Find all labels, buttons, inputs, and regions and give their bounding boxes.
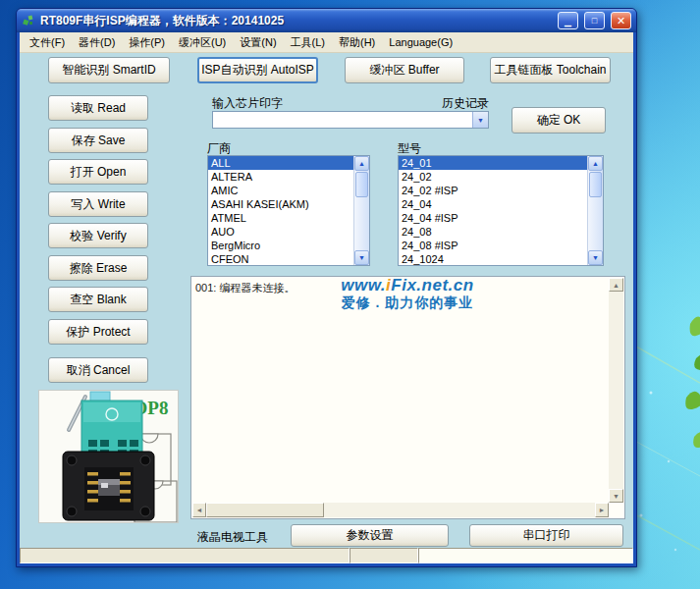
list-item[interactable]: 24_01 xyxy=(399,156,587,170)
list-item[interactable]: AMIC xyxy=(208,184,353,197)
menu-item-device[interactable]: 器件(D) xyxy=(72,32,122,53)
manufacturer-scrollbar[interactable]: ▲ ▼ xyxy=(353,156,369,265)
read-button[interactable]: 读取 Read xyxy=(48,95,148,121)
status-bar xyxy=(20,548,633,563)
list-item[interactable]: ATMEL xyxy=(208,211,353,225)
write-button[interactable]: 写入 Write xyxy=(48,191,148,217)
scroll-up-button[interactable]: ▲ xyxy=(354,156,369,171)
status-segment xyxy=(418,548,633,563)
list-item[interactable]: AUO xyxy=(208,225,353,239)
menubar: 文件(F) 器件(D) 操作(P) 缓冲区(U) 设置(N) 工具(L) 帮助(… xyxy=(20,32,633,53)
titlebar[interactable]: RT809F串行ISP编程器，软件版本：20141025 ▁ □ ✕ xyxy=(17,9,636,32)
model-listbox[interactable]: 24_0124_0224_02 #ISP24_0424_04 #ISP24_08… xyxy=(398,155,604,266)
scroll-down-icon: ▼ xyxy=(592,254,599,261)
desktop-background: RT809F串行ISP编程器，软件版本：20141025 ▁ □ ✕ 文件(F)… xyxy=(0,0,700,589)
scroll-left-button[interactable]: ◄ xyxy=(192,503,206,517)
list-item[interactable]: 24_04 #ISP xyxy=(399,211,587,225)
chevron-down-icon: ▼ xyxy=(477,117,484,124)
lcd-tools-label: 液晶电视工具 xyxy=(197,529,268,546)
window-title: RT809F串行ISP编程器，软件版本：20141025 xyxy=(40,13,552,29)
auto-isp-button[interactable]: ISP自动识别 AutoISP xyxy=(197,57,318,83)
watermark-url: www.iFix.net.cn xyxy=(299,277,515,295)
status-segment xyxy=(350,548,418,563)
scroll-thumb[interactable] xyxy=(355,172,368,197)
menu-item-tools[interactable]: 工具(L) xyxy=(284,32,332,53)
close-icon: ✕ xyxy=(617,15,625,27)
sop8-adapter-drawing: SOP8 xyxy=(39,391,178,522)
list-item[interactable]: ALL xyxy=(208,156,353,170)
list-item[interactable]: 24_08 xyxy=(399,225,587,239)
scroll-right-icon: ► xyxy=(599,507,606,513)
minimize-icon: ▁ xyxy=(565,17,571,27)
open-button[interactable]: 打开 Open xyxy=(48,159,148,185)
list-item[interactable]: ALTERA xyxy=(208,170,353,184)
app-icon xyxy=(22,14,36,28)
window-frame: 文件(F) 器件(D) 操作(P) 缓冲区(U) 设置(N) 工具(L) 帮助(… xyxy=(20,32,633,563)
serial-print-button[interactable]: 串口打印 xyxy=(469,524,623,547)
list-item[interactable]: 24_02 xyxy=(399,170,587,184)
scroll-down-button[interactable]: ▼ xyxy=(609,489,623,503)
menu-item-file[interactable]: 文件(F) xyxy=(23,32,72,53)
menu-item-buffer[interactable]: 缓冲区(U) xyxy=(172,32,233,53)
toolchain-button[interactable]: 工具链面板 Toolchain xyxy=(490,57,611,83)
chip-history-combobox[interactable]: ▼ xyxy=(212,111,489,129)
scroll-down-button[interactable]: ▼ xyxy=(354,250,369,265)
maximize-icon: □ xyxy=(592,16,597,26)
watermark: www.iFix.net.cn 爱修 . 助力你的事业 xyxy=(299,277,515,310)
list-item[interactable]: 24_1024 xyxy=(399,252,587,265)
menu-item-help[interactable]: 帮助(H) xyxy=(332,32,382,53)
ok-button[interactable]: 确定 OK xyxy=(512,107,606,134)
verify-button[interactable]: 校验 Verify xyxy=(48,223,148,248)
scroll-left-icon: ◄ xyxy=(196,507,203,513)
close-button[interactable]: ✕ xyxy=(611,12,631,29)
minimize-button[interactable]: ▁ xyxy=(558,12,578,29)
buffer-button[interactable]: 缓冲区 Buffer xyxy=(345,57,464,83)
log-vertical-scrollbar[interactable]: ▲ ▼ xyxy=(609,278,623,503)
cancel-button[interactable]: 取消 Cancel xyxy=(48,357,148,383)
erase-button[interactable]: 擦除 Erase xyxy=(48,255,148,281)
list-item[interactable]: 24_04 xyxy=(399,197,587,211)
app-window: RT809F串行ISP编程器，软件版本：20141025 ▁ □ ✕ 文件(F)… xyxy=(16,8,637,567)
scroll-up-button[interactable]: ▲ xyxy=(588,156,603,171)
protect-button[interactable]: 保护 Protect xyxy=(48,319,148,345)
scroll-thumb[interactable] xyxy=(589,172,602,197)
model-list: 24_0124_0224_02 #ISP24_0424_04 #ISP24_08… xyxy=(399,156,587,265)
menu-item-operation[interactable]: 操作(P) xyxy=(122,32,172,53)
list-item[interactable]: BergMicro xyxy=(208,239,353,252)
log-line: 001: 编程器未连接。 xyxy=(195,281,295,295)
smart-id-button[interactable]: 智能识别 SmartID xyxy=(48,57,170,83)
client-area: 智能识别 SmartID ISP自动识别 AutoISP 缓冲区 Buffer … xyxy=(20,53,633,563)
save-button[interactable]: 保存 Save xyxy=(48,128,148,153)
manufacturer-listbox[interactable]: ALLALTERAAMICASAHI KASEI(AKM)ATMELAUOBer… xyxy=(207,155,370,266)
scroll-thumb[interactable] xyxy=(206,503,324,517)
combo-dropdown-button[interactable]: ▼ xyxy=(472,112,488,128)
history-label: 历史记录 xyxy=(442,95,489,112)
status-segment xyxy=(20,548,350,563)
list-item[interactable]: 24_02 #ISP xyxy=(399,184,587,197)
watermark-slogan: 爱修 . 助力你的事业 xyxy=(299,295,515,310)
scroll-down-icon: ▼ xyxy=(358,254,365,261)
log-horizontal-scrollbar[interactable]: ◄ ► xyxy=(192,503,609,517)
scroll-down-icon: ▼ xyxy=(613,493,619,500)
manufacturer-list: ALLALTERAAMICASAHI KASEI(AKM)ATMELAUOBer… xyxy=(208,156,353,265)
scroll-up-icon: ▲ xyxy=(358,160,365,167)
scroll-up-icon: ▲ xyxy=(592,160,599,167)
log-output-area: 001: 编程器未连接。 www.iFix.net.cn 爱修 . 助力你的事业… xyxy=(190,276,625,519)
list-item[interactable]: ASAHI KASEI(AKM) xyxy=(208,197,353,211)
maximize-button[interactable]: □ xyxy=(584,12,605,29)
scroll-down-button[interactable]: ▼ xyxy=(588,250,603,265)
list-item[interactable]: 24_08 #ISP xyxy=(399,239,587,252)
param-settings-button[interactable]: 参数设置 xyxy=(291,524,449,547)
menu-item-settings[interactable]: 设置(N) xyxy=(233,32,283,53)
blank-button[interactable]: 查空 Blank xyxy=(48,287,148,312)
menu-item-language[interactable]: Language(G) xyxy=(382,33,459,51)
scroll-up-button[interactable]: ▲ xyxy=(609,278,623,292)
sop8-adapter-image: SOP8 xyxy=(38,390,179,523)
scroll-up-icon: ▲ xyxy=(613,282,619,289)
chip-input-label: 输入芯片印字 xyxy=(212,95,283,112)
model-scrollbar[interactable]: ▲ ▼ xyxy=(587,156,603,265)
list-item[interactable]: CFEON xyxy=(208,252,353,265)
scroll-right-button[interactable]: ► xyxy=(595,503,609,517)
